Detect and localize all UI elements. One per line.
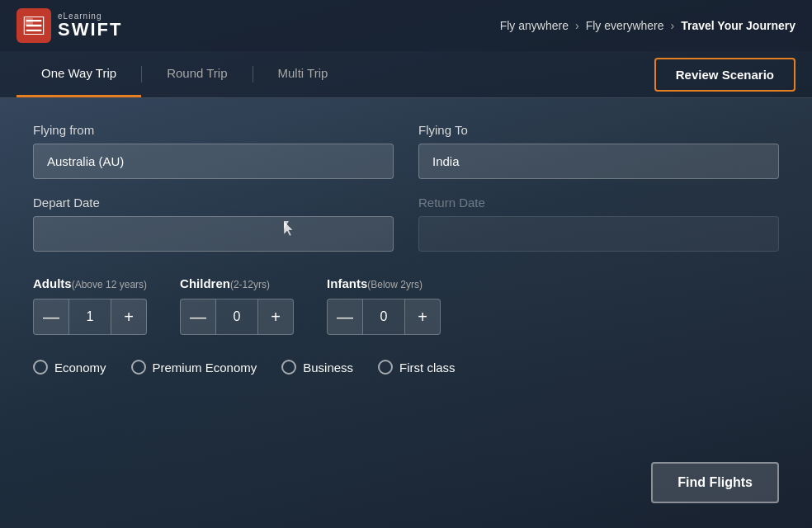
find-flights-container: Find Flights [33, 462, 779, 503]
adults-increment-button[interactable]: + [111, 299, 147, 335]
adults-sublabel: (Above 12 years) [72, 279, 147, 290]
premium-economy-radio[interactable]: Premium Economy [131, 360, 257, 375]
first-class-label: First class [399, 361, 456, 375]
flying-to-group: Flying To [418, 123, 779, 179]
economy-radio[interactable]: Economy [33, 360, 106, 375]
depart-date-input[interactable] [33, 216, 394, 252]
app-container: eLearning SWIFT Fly anywhere › Fly every… [0, 0, 812, 528]
flying-from-input[interactable] [33, 144, 394, 179]
children-sublabel: (2-12yrs) [230, 279, 270, 290]
business-radio-circle [281, 360, 296, 375]
breadcrumb: Fly anywhere › Fly everywhere › Travel Y… [500, 19, 795, 32]
flying-from-label: Flying from [33, 123, 394, 137]
adults-label: Adults(Above 12 years) [33, 276, 147, 290]
infants-sublabel: (Below 2yrs) [367, 279, 423, 290]
return-date-input[interactable] [418, 216, 779, 252]
tab-round-trip[interactable]: Round Trip [142, 51, 252, 97]
adults-decrement-button[interactable]: — [33, 299, 69, 335]
breadcrumb-sep-2: › [671, 19, 675, 32]
svg-rect-0 [26, 18, 33, 26]
adults-stepper: — 1 + [33, 299, 147, 335]
economy-radio-circle [33, 360, 48, 375]
children-stepper: — 0 + [180, 299, 294, 335]
cabin-class-section: Economy Premium Economy Business First c… [33, 360, 779, 375]
business-radio[interactable]: Business [281, 360, 353, 375]
find-flights-button[interactable]: Find Flights [651, 462, 779, 503]
tab-multi-trip[interactable]: Multi Trip [253, 51, 353, 97]
passengers-section: Adults(Above 12 years) — 1 + Children(2-… [33, 276, 779, 335]
tabs-container: One Way Trip Round Trip Multi Trip Revie… [0, 51, 812, 98]
flying-to-label: Flying To [418, 123, 779, 137]
depart-date-group: Depart Date [33, 196, 394, 252]
breadcrumb-item-2[interactable]: Fly everywhere [586, 19, 664, 32]
breadcrumb-sep-1: › [575, 19, 579, 32]
children-increment-button[interactable]: + [257, 299, 294, 335]
tab-one-way-trip[interactable]: One Way Trip [17, 51, 141, 97]
flying-from-group: Flying from [33, 123, 394, 179]
logo: eLearning SWIFT [17, 8, 122, 43]
depart-date-label: Depart Date [33, 196, 394, 210]
breadcrumb-current: Travel Your Journery [681, 19, 795, 32]
logo-text: eLearning SWIFT [58, 12, 122, 39]
children-value: 0 [216, 299, 257, 335]
swift-icon [22, 14, 45, 37]
premium-economy-label: Premium Economy [153, 361, 257, 375]
infants-value: 0 [363, 299, 404, 335]
premium-economy-radio-circle [131, 360, 146, 375]
infants-group: Infants(Below 2yrs) — 0 + [327, 276, 441, 335]
adults-group: Adults(Above 12 years) — 1 + [33, 276, 147, 335]
first-class-radio-circle [378, 360, 393, 375]
logo-icon [17, 8, 51, 43]
infants-increment-button[interactable]: + [404, 299, 441, 335]
return-date-group: Return Date [418, 196, 779, 252]
swift-label: SWIFT [58, 21, 122, 39]
economy-label: Economy [54, 361, 106, 375]
review-scenario-button[interactable]: Review Scenario [654, 58, 795, 92]
breadcrumb-item-1[interactable]: Fly anywhere [500, 19, 569, 32]
first-class-radio[interactable]: First class [378, 360, 456, 375]
children-label: Children(2-12yrs) [180, 276, 294, 290]
infants-decrement-button[interactable]: — [327, 299, 363, 335]
dates-row: Depart Date Return Date [33, 196, 779, 252]
infants-label: Infants(Below 2yrs) [327, 276, 441, 290]
children-decrement-button[interactable]: — [180, 299, 216, 335]
return-date-label: Return Date [418, 196, 779, 210]
header: eLearning SWIFT Fly anywhere › Fly every… [0, 0, 812, 51]
adults-value: 1 [69, 299, 111, 335]
main-content: Flying from Flying To Depart Date Return… [0, 98, 812, 528]
flying-to-input[interactable] [418, 144, 779, 179]
children-group: Children(2-12yrs) — 0 + [180, 276, 294, 335]
origin-destination-row: Flying from Flying To [33, 123, 779, 179]
infants-stepper: — 0 + [327, 299, 441, 335]
business-label: Business [303, 361, 353, 375]
